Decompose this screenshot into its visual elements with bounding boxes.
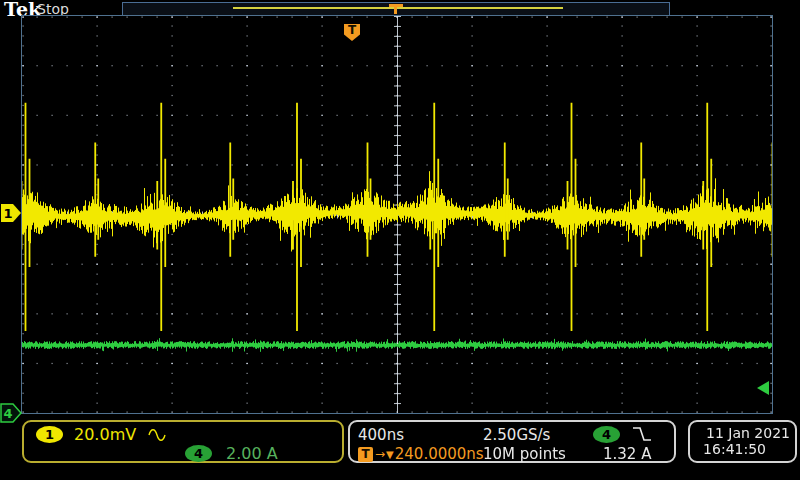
ch4-scale-value: 2.00 A — [226, 444, 278, 463]
arrow-right-icon: → — [375, 447, 385, 461]
ch1-position-marker-label: 1 — [3, 206, 12, 221]
oscilloscope-screen: Tek Stop T 1 4 1 20.0mV 4 2.00 A — [0, 0, 800, 480]
datetime-readout-box[interactable]: 11 Jan 2021 16:41:50 — [688, 420, 797, 463]
record-length-value: 10M points — [483, 445, 566, 463]
horizontal-delay-value: 240.0000ns — [395, 445, 484, 463]
record-view-waveform — [233, 7, 563, 9]
waveform-canvas — [22, 16, 772, 413]
ch1-readout-row: 1 20.0mV — [36, 425, 167, 444]
ch1-position-marker[interactable]: 1 — [0, 203, 22, 223]
trigger-level-value: 1.32 A — [603, 445, 651, 463]
horizontal-delay-readout: T → ▼ 240.0000ns — [358, 445, 484, 463]
ch4-position-marker[interactable]: 4 — [0, 403, 22, 423]
trigger-source-badge: 4 — [593, 426, 620, 443]
trigger-t-icon: T — [358, 447, 373, 462]
graticule: T — [21, 15, 773, 414]
trigger-time-flag-label: T — [348, 23, 356, 37]
date-value: 11 Jan 2021 — [690, 425, 790, 441]
time-value: 16:41:50 — [690, 441, 790, 457]
sample-rate-value: 2.50GS/s — [483, 426, 550, 444]
timebase-value: 400ns — [358, 426, 404, 444]
ac-coupling-icon — [147, 427, 167, 443]
horizontal-trigger-readout-box[interactable]: 400ns 2.50GS/s 4 T → ▼ 240.0000ns 10M po… — [348, 420, 676, 463]
falling-edge-icon — [632, 426, 652, 442]
arrow-down-icon: ▼ — [386, 449, 394, 460]
ch1-badge: 1 — [36, 426, 63, 443]
ch1-scale-value: 20.0mV — [74, 425, 136, 444]
record-view-bar — [122, 2, 670, 16]
ch4-readout-row: 4 2.00 A — [185, 444, 278, 463]
ch4-badge: 4 — [185, 445, 212, 462]
ch4-position-marker-label: 4 — [3, 406, 12, 421]
trigger-level-arrow-icon[interactable] — [754, 379, 772, 397]
ch1-ch4-readout-box[interactable]: 1 20.0mV 4 2.00 A — [22, 420, 344, 463]
trigger-position-marker-stem[interactable] — [394, 4, 397, 14]
